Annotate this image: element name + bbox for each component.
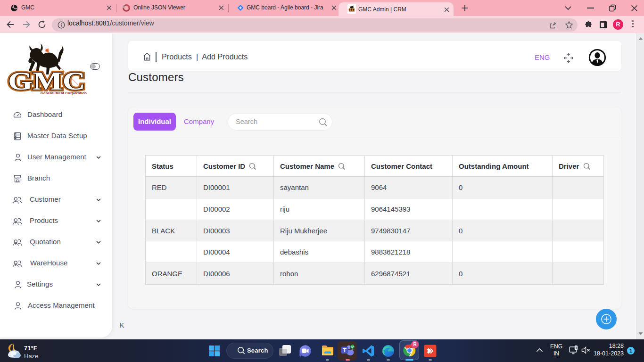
svg-text:General Meat Corporation: General Meat Corporation bbox=[41, 91, 87, 95]
